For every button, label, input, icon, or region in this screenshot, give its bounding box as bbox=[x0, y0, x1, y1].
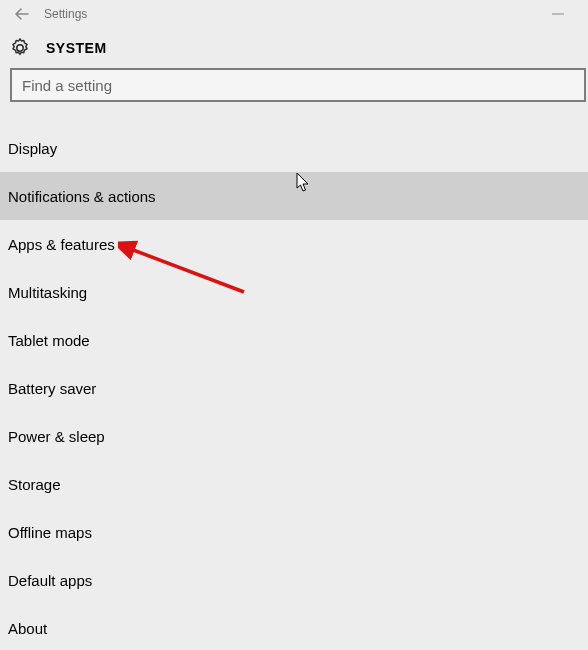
menu-item-label: Notifications & actions bbox=[8, 188, 156, 205]
menu-item-label: Display bbox=[8, 140, 57, 157]
menu-item[interactable]: Default apps bbox=[0, 556, 588, 604]
minimize-icon bbox=[551, 7, 565, 21]
menu-item-label: Battery saver bbox=[8, 380, 96, 397]
menu-item[interactable]: Offline maps bbox=[0, 508, 588, 556]
page-header: SYSTEM bbox=[0, 28, 588, 68]
menu-item-label: Offline maps bbox=[8, 524, 92, 541]
menu-item[interactable]: Apps & features bbox=[0, 220, 588, 268]
settings-menu: DisplayNotifications & actionsApps & fea… bbox=[0, 124, 588, 650]
menu-item-label: About bbox=[8, 620, 47, 637]
menu-item-label: Tablet mode bbox=[8, 332, 90, 349]
menu-item[interactable]: Battery saver bbox=[0, 364, 588, 412]
window-title: Settings bbox=[44, 7, 87, 21]
search-container bbox=[0, 68, 588, 102]
gear-icon bbox=[8, 36, 32, 60]
menu-item-label: Storage bbox=[8, 476, 61, 493]
menu-item[interactable]: About bbox=[0, 604, 588, 650]
menu-item[interactable]: Tablet mode bbox=[0, 316, 588, 364]
back-button[interactable] bbox=[6, 0, 38, 28]
page-title: SYSTEM bbox=[46, 40, 107, 56]
menu-item[interactable]: Display bbox=[0, 124, 588, 172]
titlebar: Settings bbox=[0, 0, 588, 28]
minimize-button[interactable] bbox=[538, 0, 578, 28]
menu-item-label: Default apps bbox=[8, 572, 92, 589]
menu-item-label: Apps & features bbox=[8, 236, 115, 253]
menu-item[interactable]: Multitasking bbox=[0, 268, 588, 316]
search-input[interactable] bbox=[10, 68, 586, 102]
back-arrow-icon bbox=[14, 6, 30, 22]
menu-item[interactable]: Power & sleep bbox=[0, 412, 588, 460]
menu-item-label: Multitasking bbox=[8, 284, 87, 301]
menu-item-label: Power & sleep bbox=[8, 428, 105, 445]
menu-item[interactable]: Storage bbox=[0, 460, 588, 508]
menu-item[interactable]: Notifications & actions bbox=[0, 172, 588, 220]
